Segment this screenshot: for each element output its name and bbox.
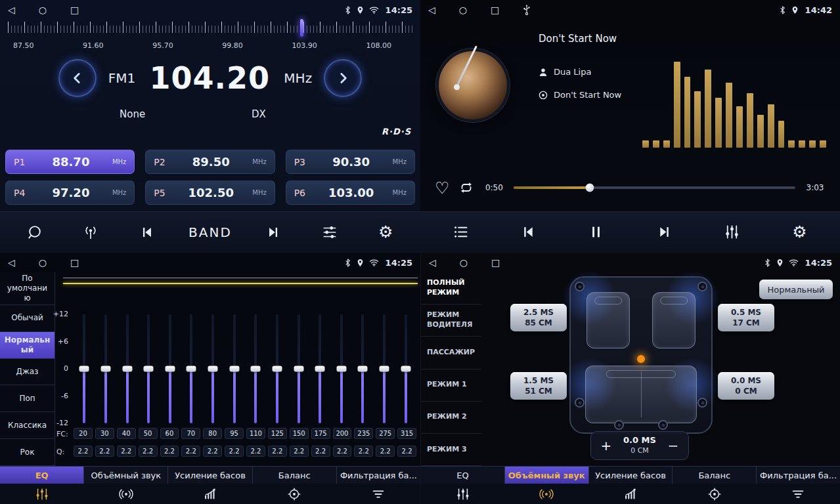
eq-preset-item[interactable]: По умолчанию	[0, 272, 55, 305]
eq-band-110[interactable]	[245, 314, 267, 423]
eq-preset-item[interactable]: Джаз	[0, 359, 55, 386]
bass-boost-tab-icon[interactable]	[588, 484, 673, 504]
eq-slider-handle[interactable]	[165, 366, 175, 372]
playlist-button[interactable]	[447, 218, 475, 247]
delay-decrease-button[interactable]: −	[665, 438, 682, 453]
tab-filter[interactable]: Фильтрация ба...	[757, 467, 840, 484]
pause-button[interactable]	[582, 218, 611, 247]
stage-mode-item[interactable]: РЕЖИМ 3	[421, 434, 481, 466]
delay-rear-right-button[interactable]: 0.0 MS0 CM	[718, 372, 774, 400]
eq-slider-handle[interactable]	[229, 366, 239, 372]
preset-button-p1[interactable]: P188.70MHz	[5, 150, 135, 174]
eq-slider-handle[interactable]	[251, 366, 261, 372]
seek-next-button[interactable]	[259, 218, 288, 247]
eq-tab-icon[interactable]	[0, 484, 84, 504]
eq-preset-item[interactable]: Рок	[0, 439, 55, 466]
preset-button-p2[interactable]: P289.50MHz	[145, 150, 275, 174]
settings-button[interactable]: ⚙	[785, 218, 814, 247]
rear-left-speaker-icon[interactable]	[575, 398, 585, 408]
tab-filter[interactable]: Фильтрация ба...	[337, 467, 420, 484]
antenna-button[interactable]	[76, 218, 105, 247]
back-button[interactable]: ◁	[428, 5, 435, 14]
next-track-button[interactable]	[650, 218, 678, 247]
eq-slider-handle[interactable]	[208, 366, 218, 372]
eq-band-50[interactable]	[138, 314, 160, 423]
eq-band-275[interactable]	[374, 314, 395, 423]
band-button[interactable]: BAND	[188, 218, 232, 247]
tab-surround-sound[interactable]: Объёмный звук	[84, 467, 168, 484]
eq-slider-handle[interactable]	[100, 366, 110, 372]
eq-band-80[interactable]	[202, 314, 224, 423]
stage-mode-item[interactable]: РЕЖИМ 1	[421, 369, 481, 402]
eq-slider-handle[interactable]	[315, 366, 325, 372]
eq-slider-handle[interactable]	[79, 366, 89, 372]
favorite-button[interactable]: ♡	[435, 180, 449, 196]
tab-surround-sound[interactable]: Объёмный звук	[505, 467, 589, 484]
recents-button[interactable]: ○	[460, 258, 468, 267]
delay-front-right-button[interactable]: 0.5 MS17 CM	[718, 304, 774, 331]
front-left-speaker-icon[interactable]	[575, 282, 585, 291]
eq-slider-handle[interactable]	[380, 366, 389, 372]
home-button[interactable]: □	[491, 5, 499, 14]
rear-center-left-speaker-icon[interactable]	[614, 420, 624, 430]
tab-eq[interactable]: EQ	[421, 467, 505, 484]
recents-button[interactable]: ○	[459, 5, 467, 14]
preset-button-p5[interactable]: P5102.50MHz	[145, 180, 275, 205]
eq-preset-item[interactable]: Поп	[0, 385, 55, 412]
home-button[interactable]: □	[491, 258, 500, 267]
rear-center-right-speaker-icon[interactable]	[658, 420, 668, 430]
bass-boost-tab-icon[interactable]	[168, 484, 252, 504]
frequency-ruler[interactable]	[5, 22, 415, 39]
back-button[interactable]: ◁	[429, 258, 436, 267]
eq-band-95[interactable]	[223, 314, 245, 423]
preset-button-p4[interactable]: P497.20MHz	[5, 180, 135, 205]
eq-slider-handle[interactable]	[401, 366, 410, 372]
tab-eq[interactable]: EQ	[0, 467, 84, 484]
eq-slider-handle[interactable]	[144, 366, 154, 372]
listening-position-dot[interactable]	[637, 355, 645, 363]
eq-band-60[interactable]	[160, 314, 181, 423]
back-button[interactable]: ◁	[8, 5, 15, 14]
settings-button[interactable]: ⚙	[371, 218, 400, 247]
eq-band-40[interactable]	[116, 314, 138, 423]
eq-band-70[interactable]	[181, 314, 202, 423]
rear-right-speaker-icon[interactable]	[697, 398, 707, 408]
eq-preset-item[interactable]: Классика	[0, 412, 55, 439]
stage-mode-item[interactable]: РЕЖИМ ВОДИТЕЛЯ	[421, 304, 481, 337]
eq-slider-handle[interactable]	[336, 366, 346, 372]
eq-slider-handle[interactable]	[187, 366, 196, 372]
audio-settings-button[interactable]	[315, 218, 344, 247]
preset-button-p3[interactable]: P390.30MHz	[286, 150, 415, 174]
delay-increase-button[interactable]: +	[598, 438, 615, 453]
eq-band-315[interactable]	[395, 314, 416, 423]
back-button[interactable]: ◁	[8, 258, 15, 267]
eq-slider-handle[interactable]	[358, 366, 368, 372]
eq-slider-handle[interactable]	[272, 366, 282, 372]
tab-bass-boost[interactable]: Усиление басов	[589, 467, 673, 484]
seek-bar[interactable]	[514, 186, 795, 189]
repeat-button[interactable]	[458, 180, 474, 196]
seek-handle[interactable]	[586, 184, 594, 192]
stage-mode-item[interactable]: ПАССАЖИР	[421, 337, 481, 369]
eq-slider-handle[interactable]	[122, 366, 132, 372]
tune-up-button[interactable]	[324, 59, 362, 97]
equalizer-button[interactable]	[717, 218, 746, 247]
stage-mode-item[interactable]: ПОЛНЫЙ РЕЖИМ	[421, 272, 481, 304]
stage-mode-item[interactable]: РЕЖИМ 2	[421, 402, 481, 434]
tuner-indicator[interactable]	[300, 19, 303, 37]
home-button[interactable]: □	[70, 258, 79, 267]
tune-down-button[interactable]	[58, 59, 97, 97]
balance-tab-icon[interactable]	[673, 484, 757, 504]
eq-preset-item[interactable]: Нормальный	[0, 332, 55, 359]
delay-front-left-button[interactable]: 2.5 MS85 CM	[510, 304, 567, 331]
eq-band-125[interactable]	[267, 314, 288, 423]
delay-rear-left-button[interactable]: 1.5 MS51 CM	[510, 372, 567, 400]
recents-button[interactable]: ○	[39, 5, 47, 14]
tab-bass-boost[interactable]: Усиление басов	[168, 467, 252, 484]
eq-preset-item[interactable]: Обычай	[0, 305, 55, 332]
filter-tab-icon[interactable]	[756, 484, 840, 504]
balance-tab-icon[interactable]	[252, 484, 336, 504]
eq-band-235[interactable]	[352, 314, 374, 423]
tab-balance[interactable]: Баланс	[253, 467, 337, 484]
eq-band-150[interactable]	[288, 314, 309, 423]
